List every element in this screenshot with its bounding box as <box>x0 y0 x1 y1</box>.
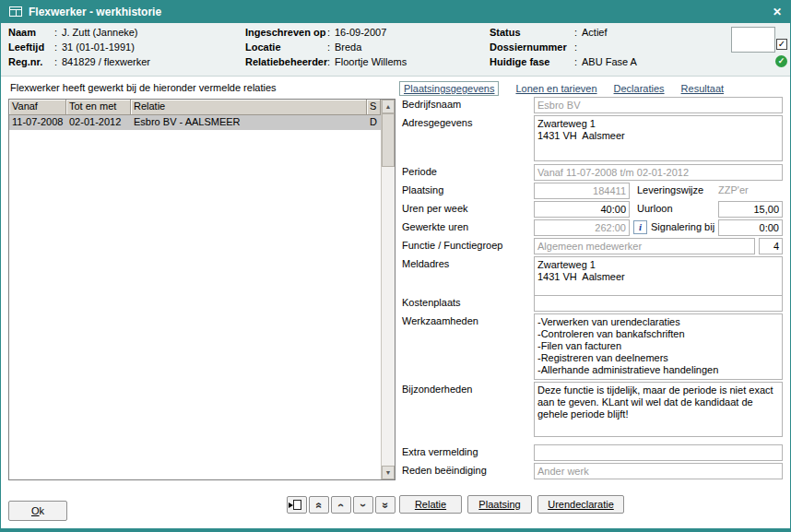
regnr-label: Reg.nr. <box>8 56 42 67</box>
tab-declaraties[interactable]: Declaraties <box>614 83 665 94</box>
table-scrollbar[interactable]: ▲ ▼ <box>381 100 395 479</box>
dossiernummer-label: Dossiernummer <box>490 41 567 53</box>
huidige-fase-value: ABU Fase A <box>582 56 637 67</box>
relatie-label: Relatie <box>415 499 446 510</box>
functiegroep-field[interactable]: 4 <box>759 238 783 254</box>
column-header-vanaf[interactable]: Vanaf <box>9 100 66 115</box>
double-chevron-down-icon: » <box>380 502 391 508</box>
status-label: Status <box>490 27 521 38</box>
status-value: Actief <box>582 27 608 38</box>
ingeschreven-label: Ingeschreven op <box>245 27 325 38</box>
tab-plaatsingsgegevens[interactable]: Plaatsingsgegevens <box>399 81 499 96</box>
ok-button[interactable]: Ok <box>8 501 67 521</box>
gewerkte-uren-field: 262:00 <box>534 219 630 236</box>
reden-beeindiging-label: Reden beëindiging <box>402 465 487 476</box>
meldadres-label: Meldadres <box>402 258 449 269</box>
flexwerker-werkhistorie-dialog: Flexwerker - werkhistorie ✕ Naam J. Zutt… <box>0 0 791 532</box>
plaatsing-button[interactable]: Plaatsing <box>467 495 532 514</box>
field-colon <box>574 56 577 67</box>
uurloon-label: Uurloon <box>637 203 673 214</box>
relatiebeheerder-label: Relatiebeheerder <box>245 56 327 67</box>
detail-tabs: Plaatsingsgegevens Lonen en tarieven Dec… <box>399 81 724 96</box>
cell-tot-en-met: 02-01-2012 <box>66 115 131 130</box>
column-header-tot-en-met[interactable]: Tot en met <box>66 100 131 115</box>
move-top-button[interactable]: « <box>309 496 329 514</box>
tab-resultaat[interactable]: Resultaat <box>681 83 724 94</box>
tab-lonen-en-tarieven[interactable]: Lonen en tarieven <box>515 83 596 94</box>
werkzaamheden-label: Werkzaamheden <box>402 315 478 326</box>
signalering-field[interactable]: 0:00 <box>718 219 783 236</box>
signalering-label: Signalering bij <box>651 221 714 232</box>
field-colon <box>54 27 57 38</box>
bijzonderheden-field[interactable]: Deze functie is tijdelijk, maar de perio… <box>534 382 783 437</box>
functie-label: Functie / Functiegroep <box>402 240 502 251</box>
app-icon <box>9 6 22 18</box>
status-ok-icon: ✓ <box>775 55 787 67</box>
uren-per-week-label: Uren per week <box>402 203 468 214</box>
cell-vanaf: 11-07-2008 <box>9 115 66 130</box>
kostenplaats-field[interactable] <box>534 295 783 312</box>
close-icon[interactable]: ✕ <box>773 6 782 18</box>
relations-caption: Flexwerker heeft gewerkt bij de hieronde… <box>10 82 277 93</box>
locatie-label: Locatie <box>245 41 281 53</box>
reden-beeindiging-field: Ander werk <box>534 463 783 479</box>
extra-vermelding-field[interactable] <box>534 444 783 461</box>
adresgegevens-label: Adresgegevens <box>402 117 472 128</box>
naam-label: Naam <box>8 27 36 38</box>
scroll-down-icon[interactable]: ▼ <box>382 466 395 479</box>
ok-label: Ok <box>31 505 44 516</box>
naam-value: J. Zutt (Janneke) <box>62 27 138 38</box>
urendeclaratie-label: Urendeclaratie <box>548 499 614 510</box>
field-colon <box>574 41 577 53</box>
field-colon <box>574 27 577 38</box>
double-chevron-up-icon: « <box>313 502 325 508</box>
check-glyph: ✓ <box>778 56 785 65</box>
relatiebeheerder-value: Floortje Willems <box>335 56 407 67</box>
move-bottom-button[interactable]: » <box>375 496 396 514</box>
field-colon <box>54 41 57 53</box>
leeftijd-label: Leeftijd <box>8 41 44 53</box>
relatie-button[interactable]: Relatie <box>399 495 462 514</box>
plaatsing-label: Plaatsing <box>478 499 520 510</box>
move-down-button[interactable]: › <box>353 496 373 514</box>
uurloon-field[interactable]: 15,00 <box>718 201 783 218</box>
leveringswijze-value: ZZP'er <box>718 184 749 195</box>
chevron-down-icon: › <box>358 503 369 507</box>
cell-relatie: Esbro BV - AALSMEER <box>131 115 367 130</box>
bedrijfsnaam-field: Esbro BV <box>534 97 783 113</box>
leveringswijze-label: Leveringswijze <box>637 184 703 195</box>
photo-placeholder <box>731 27 775 53</box>
meldadres-field[interactable]: Zwarteweg 1 1431 VH Aalsmeer <box>534 256 783 297</box>
scroll-up-icon[interactable]: ▲ <box>382 100 395 113</box>
field-colon <box>327 27 330 38</box>
plaatsing-label: Plaatsing <box>402 184 443 195</box>
bijzonderheden-label: Bijzonderheden <box>402 384 472 395</box>
urendeclaratie-button[interactable]: Urendeclaratie <box>537 495 624 514</box>
info-button[interactable]: i <box>633 220 647 234</box>
table-header: Vanaf Tot en met Relatie S <box>9 100 381 115</box>
field-colon <box>327 56 330 67</box>
table-row[interactable]: 11-07-2008 02-01-2012 Esbro BV - AALSMEE… <box>9 115 381 130</box>
header-checkbox[interactable]: ✓ <box>776 39 787 50</box>
document-arrow-icon <box>293 500 301 510</box>
move-up-button[interactable]: ‹ <box>331 496 351 514</box>
adresgegevens-field[interactable]: Zwarteweg 1 1431 VH Aalsmeer <box>534 115 783 161</box>
uren-per-week-field[interactable]: 40:00 <box>534 201 630 218</box>
functie-field: Algemeen medewerker <box>534 238 755 254</box>
locatie-value: Breda <box>335 41 361 53</box>
cell-s: D <box>367 115 381 130</box>
bedrijfsnaam-label: Bedrijfsnaam <box>402 99 461 110</box>
leeftijd-value: 31 (01-01-1991) <box>62 41 135 53</box>
goto-document-button[interactable] <box>287 496 307 514</box>
periode-field: Vanaf 11-07-2008 t/m 02-01-2012 <box>534 164 783 181</box>
field-colon <box>327 41 330 53</box>
scroll-thumb[interactable] <box>382 113 395 167</box>
extra-vermelding-label: Extra vermelding <box>402 446 478 457</box>
window-title: Flexwerker - werkhistorie <box>29 6 161 18</box>
column-header-s[interactable]: S <box>367 100 381 115</box>
gewerkte-uren-label: Gewerkte uren <box>402 221 468 232</box>
column-header-relatie[interactable]: Relatie <box>131 100 367 115</box>
regnr-value: 841829 / flexwerker <box>62 56 150 67</box>
werkzaamheden-field[interactable]: -Verwerken van urendeclaraties -Controle… <box>534 313 783 380</box>
kostenplaats-label: Kostenplaats <box>402 297 461 308</box>
